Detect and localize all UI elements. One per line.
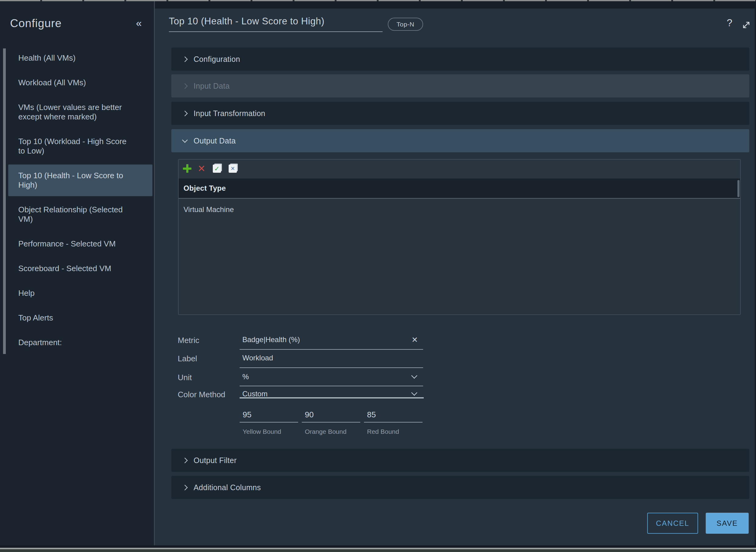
red-bound-label: Red Bound [364, 427, 399, 436]
deselect-all-icon[interactable]: ✕ [229, 164, 237, 173]
sidebar: Configure « Health (All VMs) Workload (A… [0, 1, 154, 545]
section-input-transformation[interactable]: Input Transformation [171, 102, 749, 125]
section-input-data-disabled: Input Data [171, 74, 749, 98]
label-input[interactable]: Workload [242, 353, 273, 363]
orange-bound-input[interactable]: 90 [302, 409, 314, 420]
table-row-virtual-machine[interactable]: Virtual Machine [179, 199, 740, 220]
right-edge [755, 1, 756, 545]
metric-label: Metric [178, 335, 199, 346]
unit-select[interactable]: % [242, 372, 249, 382]
section-label: Output Data [194, 136, 236, 145]
sidebar-item-department[interactable]: Department: [8, 331, 152, 354]
plus-bar [186, 164, 188, 173]
table-scrollbar[interactable] [737, 180, 740, 197]
sidebar-item-top10-health[interactable]: Top 10 (Health - Low Score to High) [8, 164, 152, 196]
panel-title: Configure [10, 17, 62, 30]
sidebar-item-vms-lower-values[interactable]: VMs (Lower values are better except wher… [8, 96, 152, 128]
orange-bound-underline [302, 422, 360, 423]
column-header-object-type: Object Type [184, 184, 226, 192]
diagonal-resize-arrows [740, 19, 752, 31]
yellow-bound-label: Yellow Bound [240, 427, 281, 436]
chevron-right-icon [182, 56, 188, 62]
clear-metric-icon[interactable]: ✕ [412, 334, 418, 345]
unit-select-underline [240, 386, 423, 386]
sidebar-item-scoreboard-selected-vm[interactable]: Scoreboard - Selected VM [8, 257, 152, 280]
select-all-icon[interactable]: ✓ [213, 164, 221, 173]
table-header-row[interactable]: Object Type [179, 178, 740, 198]
add-row-icon[interactable] [183, 164, 192, 173]
sidebar-item-health-all-vms[interactable]: Health (All VMs) [8, 47, 152, 69]
red-bound-input[interactable]: 85 [364, 409, 376, 420]
section-output-data-expanded[interactable]: Output Data [171, 129, 749, 152]
section-configuration[interactable]: Configuration [171, 47, 749, 71]
sidebar-item-help[interactable]: Help [8, 282, 152, 304]
metric-input[interactable]: Badge|Health (%) [242, 334, 300, 345]
unit-label: Unit [178, 372, 192, 383]
collapse-sidebar-icon[interactable]: « [136, 17, 142, 29]
orange-bound-label: Orange Bound [302, 427, 347, 436]
table-body: Virtual Machine [179, 199, 740, 314]
check-mark: ✓ [214, 165, 220, 172]
sidebar-item-object-relationship[interactable]: Object Relationship (Selected VM) [8, 198, 152, 230]
chevron-down-icon [182, 137, 188, 143]
chevron-right-icon [182, 83, 188, 89]
bottom-background [0, 549, 756, 552]
sidebar-scrollbar[interactable] [3, 48, 6, 354]
section-label: Configuration [194, 55, 240, 64]
color-method-select-underline [240, 397, 424, 399]
widget-title-underline [169, 31, 383, 32]
widget-title-input[interactable]: Top 10 (Health - Low Score to High) [169, 16, 324, 27]
expand-icon[interactable] [740, 19, 752, 31]
sidebar-item-top10-workload[interactable]: Top 10 (Workload - High Score to Low) [8, 130, 152, 162]
chevron-right-icon [182, 485, 188, 490]
section-additional-columns[interactable]: Additional Columns [171, 476, 749, 499]
label-input-underline [240, 368, 423, 368]
section-label: Input Transformation [194, 109, 265, 118]
metric-input-underline [240, 349, 423, 350]
section-label: Additional Columns [194, 483, 261, 492]
label-label: Label [178, 354, 197, 364]
sidebar-item-workload-all-vms[interactable]: Workload (All VMs) [8, 72, 152, 94]
output-data-table: ✕ ✓ ✕ Object Type Virtual Machine [178, 159, 741, 315]
bottom-edge [0, 545, 756, 548]
yellow-bound-underline [240, 422, 298, 423]
sidebar-item-performance-selected-vm[interactable]: Performance - Selected VM [8, 233, 152, 255]
section-label: Input Data [194, 82, 230, 91]
save-button[interactable]: SAVE [706, 513, 749, 534]
help-icon[interactable]: ? [727, 17, 732, 29]
red-bound-underline [364, 422, 423, 423]
widget-list: Health (All VMs) Workload (All VMs) VMs … [8, 47, 152, 356]
cancel-button[interactable]: CANCEL [647, 513, 698, 534]
widget-type-badge: Top-N [388, 18, 423, 31]
chevron-right-icon [182, 111, 188, 116]
cross-mark: ✕ [230, 166, 235, 171]
section-output-filter[interactable]: Output Filter [171, 449, 749, 472]
yellow-bound-input[interactable]: 95 [240, 409, 251, 420]
chevron-right-icon [182, 457, 188, 463]
section-label: Output Filter [194, 456, 236, 465]
configure-dialog: Configure « Health (All VMs) Workload (A… [0, 0, 756, 552]
delete-row-icon[interactable]: ✕ [198, 163, 205, 174]
sidebar-item-top-alerts[interactable]: Top Alerts [8, 307, 152, 329]
color-method-label: Color Method [178, 389, 225, 400]
